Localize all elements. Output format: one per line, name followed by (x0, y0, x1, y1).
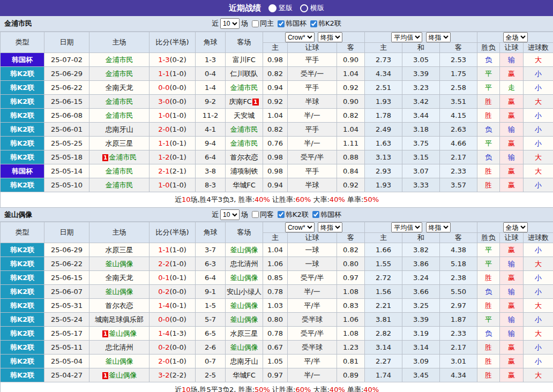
league-checkbox[interactable] (278, 211, 285, 218)
league-filter-1[interactable]: 韩K2联 (274, 210, 309, 220)
home-team-cell: 水原三星 (89, 137, 150, 150)
home-team-name: 金浦市民 (106, 167, 133, 175)
home-team-name: 忠南牙山 (106, 125, 133, 133)
odds-home-cell: 1.04 (263, 109, 288, 123)
league-filter-1[interactable]: 韩国杯 (274, 19, 307, 28)
match-type-cell: 韩K2联 (1, 313, 44, 327)
result-goals-cell: 小 (524, 81, 553, 95)
league-filter-2[interactable]: 韩K2联 (307, 19, 341, 28)
result-wdl-cell: 胜 (477, 299, 500, 313)
odds-handicap-cell: 平手 (288, 164, 337, 178)
col-home: 主场 (89, 32, 150, 53)
away-team-cell: 华城FC (226, 178, 263, 192)
same-venue-filter[interactable]: 同客 (248, 210, 274, 220)
league-checkbox[interactable] (310, 20, 317, 27)
halftime-score: (2-1) (169, 167, 186, 175)
league-filter-2[interactable]: 韩国杯 (309, 210, 341, 220)
match-row: 韩K2联25-06-01忠南牙山2-0(1-0)4-1金浦市民0.82平手1.0… (1, 123, 553, 137)
fulltime-score: 2-2 (158, 260, 169, 268)
away-team-cell: 釜山偶像 (226, 313, 263, 327)
league-checkbox[interactable] (312, 211, 319, 218)
bookmaker-select[interactable]: Crow* (285, 222, 315, 232)
date-cell: 25-04-27 (44, 368, 89, 382)
odds-handicap-cell: 平手 (288, 53, 337, 67)
fulltime-score: 0-0 (158, 84, 169, 92)
result-handicap-cell: 输 (500, 150, 524, 164)
final-odds-select[interactable]: 终指 (426, 222, 451, 232)
final-odds-select[interactable]: 终指 (318, 32, 342, 42)
full-match-select[interactable]: 全场 (503, 32, 528, 42)
col-avg-home: 主 (365, 233, 402, 243)
away-team-name: 釜山偶像 (230, 274, 258, 282)
same-venue-filter[interactable]: 同主 (248, 19, 274, 28)
home-team-name: 金浦市民 (106, 181, 133, 189)
col-corner: 角球 (196, 32, 226, 53)
odds-home-cell: 0.78 (263, 285, 288, 299)
avg-away-cell: 2.17 (440, 341, 477, 355)
result-handicap-cell: 输 (500, 53, 524, 67)
avg-home-cell: 4.34 (365, 67, 402, 81)
result-wdl-cell: 胜 (477, 178, 500, 192)
odds-home-cell: 0.92 (263, 95, 288, 109)
avg-home-cell: 1.56 (365, 285, 402, 299)
col-result-wdl: 胜负 (477, 43, 500, 53)
full-match-select[interactable]: 全场 (503, 222, 528, 232)
fulltime-score: 1-4 (158, 301, 169, 310)
away-team-cell: 仁川联队 (226, 67, 263, 81)
home-team-cell: 金浦市民 (89, 53, 150, 67)
odds-away-cell: 0.92 (337, 178, 365, 192)
checkbox-label: 韩国杯 (320, 210, 341, 220)
radio-vertical-layout[interactable]: 竖版 (268, 3, 293, 13)
stat-label: 近 (175, 386, 182, 392)
fulltime-score: 1-4 (158, 329, 169, 337)
average-select[interactable]: 平均值 (391, 32, 422, 42)
odds-handicap-cell: 半/一 (288, 285, 337, 299)
match-count-select[interactable]: 10 (220, 209, 240, 220)
stat-label: 大率: (311, 195, 330, 203)
matches-tbody: 韩国杯25-07-02金浦市民1-3(0-2)1-3富川FC0.98平手0.90… (1, 53, 553, 192)
home-team-name: 水原三星 (106, 139, 133, 147)
result-handicap-cell: 赢 (500, 341, 524, 355)
avg-draw-cell: 3.18 (402, 123, 440, 137)
match-type-cell: 韩K2联 (1, 95, 44, 109)
away-team-name: 釜山偶像 (230, 343, 258, 351)
bookmaker-select[interactable]: Crow* (285, 32, 315, 42)
corner-cell: 6-4 (196, 150, 226, 164)
avg-home-cell: 2.72 (365, 271, 402, 285)
home-team-cell: 釜山偶像 (89, 285, 150, 299)
score-cell: 2-2(1-0) (150, 257, 196, 271)
red-card-badge: 1 (252, 99, 259, 105)
result-wdl-cell: 胜 (477, 164, 500, 178)
same-venue-checkbox[interactable] (252, 211, 259, 218)
date-cell: 25-05-24 (44, 313, 89, 327)
col-date: 日期 (44, 32, 89, 53)
result-wdl-cell: 平 (477, 67, 500, 81)
league-checkbox[interactable] (278, 20, 285, 27)
odds-handicap-cell: 一球 (288, 257, 337, 271)
result-wdl-cell: 胜 (477, 95, 500, 109)
match-count-select[interactable]: 10 (220, 18, 240, 29)
date-cell: 25-05-18 (44, 150, 89, 164)
fulltime-score: 1-2 (158, 153, 169, 161)
result-goals-cell: 小 (524, 243, 553, 257)
corner-cell: 2-6 (196, 341, 226, 355)
match-type-cell: 韩国杯 (1, 53, 44, 67)
radio-horizontal-layout[interactable]: 横版 (300, 3, 324, 13)
odds-away-cell: 1.06 (337, 313, 365, 327)
avg-home-cell: 1.93 (365, 95, 402, 109)
match-row: 韩K2联25-05-10金浦市民1-0(1-0)8-3华城FC0.94半球0.9… (1, 178, 553, 192)
odds-away-cell: 0.82 (337, 243, 365, 257)
average-select[interactable]: 平均值 (391, 222, 422, 232)
stat-label: 让胜率: (270, 195, 296, 203)
same-venue-checkbox[interactable] (252, 20, 259, 27)
home-team-name: 釜山偶像 (106, 288, 133, 296)
odds-handicap-cell: 受平/半 (288, 327, 337, 341)
final-odds-select[interactable]: 终指 (318, 222, 342, 232)
final-odds-select[interactable]: 终指 (426, 32, 451, 42)
fulltime-score: 1-0 (158, 181, 169, 189)
result-goals-cell: 大 (524, 257, 553, 271)
corner-cell: 1-4 (196, 81, 226, 95)
result-goals-cell: 大 (524, 53, 553, 67)
score-cell: 2-1(2-1) (150, 164, 196, 178)
score-cell: 1-0(1-0) (150, 178, 196, 192)
